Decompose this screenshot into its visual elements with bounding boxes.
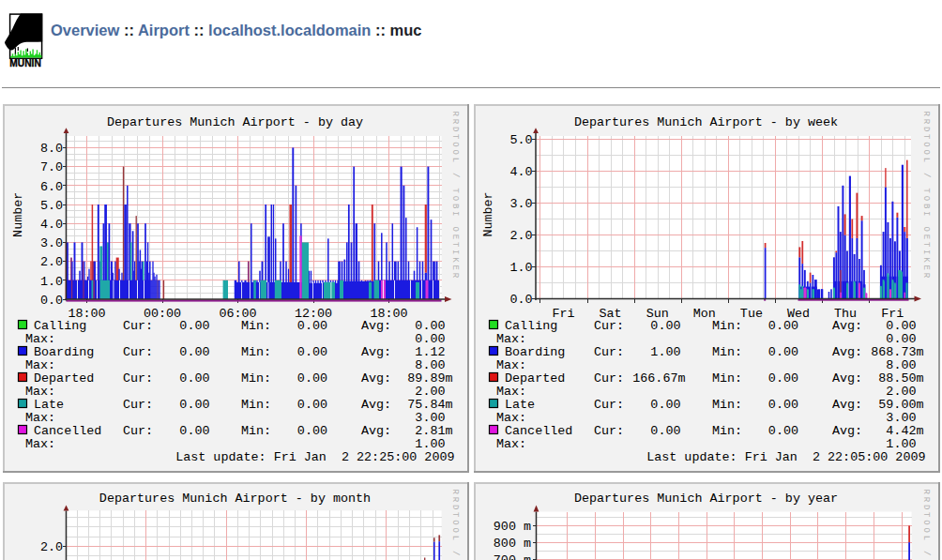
svg-text:Calling: Calling bbox=[505, 319, 557, 333]
svg-text:1.00: 1.00 bbox=[886, 437, 916, 451]
svg-text:Max:: Max: bbox=[496, 437, 526, 451]
svg-text:Departed: Departed bbox=[34, 371, 94, 386]
svg-text:Avg:: Avg: bbox=[361, 345, 391, 359]
svg-text:89.89m: 89.89m bbox=[407, 371, 452, 386]
svg-text:Max:: Max: bbox=[25, 358, 55, 372]
svg-text:Cur:: Cur: bbox=[123, 424, 153, 438]
svg-text:Min:: Min: bbox=[712, 319, 742, 333]
svg-text:0.00: 0.00 bbox=[297, 319, 327, 333]
svg-text:RRDTOOL / TOBI OETIKER: RRDTOOL / TOBI OETIKER bbox=[921, 490, 931, 560]
svg-text:Avg:: Avg: bbox=[832, 424, 862, 438]
svg-text:1.00: 1.00 bbox=[650, 345, 680, 359]
svg-text:RRDTOOL / TOBI OETIKER: RRDTOOL / TOBI OETIKER bbox=[450, 490, 460, 560]
svg-text:Cur:: Cur: bbox=[594, 424, 624, 438]
svg-text:0.00: 0.00 bbox=[768, 398, 798, 412]
svg-text:Min:: Min: bbox=[712, 398, 742, 412]
svg-text:Cancelled: Cancelled bbox=[505, 424, 572, 438]
svg-text:700 m: 700 m bbox=[494, 553, 531, 560]
svg-text:2.81m: 2.81m bbox=[415, 424, 452, 438]
svg-text:Departures Munich Airport - by: Departures Munich Airport - by week bbox=[574, 115, 838, 129]
svg-text:4.42m: 4.42m bbox=[886, 424, 923, 438]
svg-text:Max:: Max: bbox=[25, 332, 55, 346]
svg-text:Calling: Calling bbox=[34, 319, 86, 333]
svg-text:0.00: 0.00 bbox=[297, 345, 327, 359]
svg-text:Departures Munich Airport - by: Departures Munich Airport - by month bbox=[99, 492, 371, 506]
svg-text:2.0: 2.0 bbox=[40, 255, 63, 269]
svg-text:900 m: 900 m bbox=[494, 520, 531, 534]
svg-text:Boarding: Boarding bbox=[505, 345, 565, 359]
svg-text:0.00: 0.00 bbox=[297, 398, 327, 412]
svg-text:Cur:: Cur: bbox=[123, 371, 153, 386]
svg-text:RRDTOOL / TOBI OETIKER: RRDTOOL / TOBI OETIKER bbox=[921, 112, 931, 280]
svg-text:Max:: Max: bbox=[496, 358, 526, 372]
svg-text:0.00: 0.00 bbox=[886, 319, 916, 333]
svg-text:Departures Munich Airport - by: Departures Munich Airport - by year bbox=[574, 492, 838, 506]
svg-text:2.00: 2.00 bbox=[415, 385, 445, 399]
svg-text:1.00: 1.00 bbox=[415, 437, 445, 451]
svg-text:Cur:: Cur: bbox=[594, 398, 624, 412]
svg-text:Avg:: Avg: bbox=[832, 371, 862, 386]
svg-text:1.12: 1.12 bbox=[415, 345, 445, 359]
svg-text:Cur:: Cur: bbox=[594, 345, 624, 359]
svg-text:Min:: Min: bbox=[712, 371, 742, 386]
svg-text:Avg:: Avg: bbox=[361, 371, 391, 386]
svg-text:Tue: Tue bbox=[740, 307, 763, 321]
svg-text:8.00: 8.00 bbox=[886, 358, 916, 372]
svg-text:3.00: 3.00 bbox=[886, 411, 916, 425]
svg-text:Min:: Min: bbox=[241, 371, 271, 386]
svg-text:3.00: 3.00 bbox=[415, 411, 445, 425]
svg-text:Min:: Min: bbox=[712, 345, 742, 359]
svg-text:Number: Number bbox=[481, 191, 495, 236]
svg-text:Late: Late bbox=[34, 398, 64, 412]
svg-text:Cur:: Cur: bbox=[123, 398, 153, 412]
svg-text:0.00: 0.00 bbox=[768, 319, 798, 333]
svg-text:Max:: Max: bbox=[496, 385, 526, 399]
svg-text:59.00m: 59.00m bbox=[878, 398, 923, 412]
svg-text:88.50m: 88.50m bbox=[878, 371, 923, 386]
svg-text:Min:: Min: bbox=[241, 398, 271, 412]
svg-text:8.00: 8.00 bbox=[415, 358, 445, 372]
svg-text:0.00: 0.00 bbox=[415, 319, 445, 333]
svg-text:Number: Number bbox=[11, 192, 25, 237]
svg-text:5.0: 5.0 bbox=[509, 133, 532, 147]
svg-text:0.00: 0.00 bbox=[297, 424, 327, 438]
svg-text:2.00: 2.00 bbox=[886, 385, 916, 399]
svg-text:Avg:: Avg: bbox=[832, 398, 862, 412]
svg-text:868.73m: 868.73m bbox=[871, 345, 923, 359]
svg-text:5.0: 5.0 bbox=[40, 199, 63, 213]
svg-text:0.00: 0.00 bbox=[415, 332, 445, 346]
svg-text:0.0: 0.0 bbox=[40, 294, 63, 308]
svg-text:0.00: 0.00 bbox=[768, 424, 798, 438]
svg-text:0.00: 0.00 bbox=[297, 371, 327, 386]
svg-text:0.00: 0.00 bbox=[650, 398, 680, 412]
svg-text:Boarding: Boarding bbox=[34, 345, 94, 359]
svg-text:Min:: Min: bbox=[241, 424, 271, 438]
svg-text:Max:: Max: bbox=[25, 385, 55, 399]
svg-text:Min:: Min: bbox=[241, 345, 271, 359]
svg-text:Max:: Max: bbox=[25, 411, 55, 425]
svg-text:0.00: 0.00 bbox=[179, 345, 209, 359]
svg-text:0.00: 0.00 bbox=[650, 319, 680, 333]
svg-text:3.0: 3.0 bbox=[509, 197, 532, 211]
svg-text:Departures Munich Airport - by: Departures Munich Airport - by day bbox=[107, 115, 363, 129]
svg-text:Last update: Fri Jan 2 22:25:: Last update: Fri Jan 2 22:25:00 2009 bbox=[175, 450, 454, 464]
svg-text:2.0: 2.0 bbox=[40, 540, 63, 554]
svg-text:800 m: 800 m bbox=[494, 537, 531, 551]
svg-text:0.00: 0.00 bbox=[179, 398, 209, 412]
svg-text:Cur:: Cur: bbox=[123, 345, 153, 359]
svg-text:Min:: Min: bbox=[241, 319, 271, 333]
svg-text:Late: Late bbox=[505, 398, 535, 412]
svg-text:0.0: 0.0 bbox=[509, 293, 532, 307]
svg-text:0.00: 0.00 bbox=[768, 345, 798, 359]
svg-text:3.0: 3.0 bbox=[40, 236, 63, 250]
svg-text:Avg:: Avg: bbox=[832, 319, 862, 333]
svg-text:MUNIN: MUNIN bbox=[9, 57, 41, 68]
svg-text:Max:: Max: bbox=[496, 332, 526, 346]
svg-text:0.00: 0.00 bbox=[179, 424, 209, 438]
svg-text:Cur:: Cur: bbox=[594, 371, 624, 386]
svg-text:7.0: 7.0 bbox=[40, 160, 63, 174]
svg-text:6.0: 6.0 bbox=[40, 180, 63, 194]
svg-text:RRDTOOL / TOBI OETIKER: RRDTOOL / TOBI OETIKER bbox=[450, 112, 460, 280]
svg-text:2.0: 2.0 bbox=[509, 229, 532, 243]
svg-text:Avg:: Avg: bbox=[832, 345, 862, 359]
